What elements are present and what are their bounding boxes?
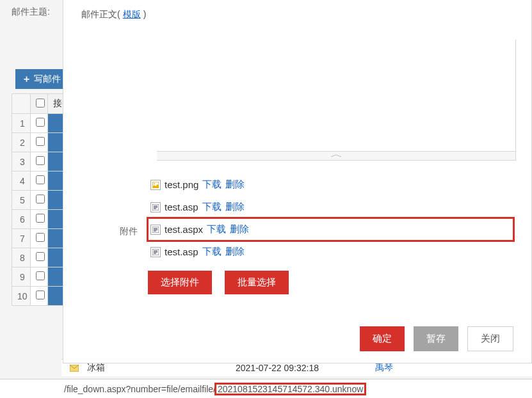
mail-sender: 冰箱 [87,362,236,374]
close-button[interactable]: 关闭 [467,326,513,351]
row-number: 7 [12,229,31,248]
status-url: /file_down.aspx?number=file/emailfile/20… [64,384,365,394]
table-row[interactable]: 1 [12,114,65,133]
delete-link[interactable]: 删除 [225,246,245,258]
attachment-item: test.png 下载 删除 [148,173,513,196]
attachment-item: test.aspx 下载 删除 [148,218,513,241]
resize-handle[interactable] [157,151,515,160]
select-all-checkbox[interactable] [36,99,45,107]
mail-table: 接 12345678910 [12,93,65,306]
table-row[interactable]: 8 [12,248,65,267]
delete-link[interactable]: 删除 [225,179,245,191]
file-icon [150,180,161,190]
attachment-filename: test.png [165,179,198,190]
row-checkbox[interactable] [36,271,45,280]
mail-date: 2021-07-22 09:32:18 [236,363,375,373]
table-row[interactable]: 7 [12,229,65,248]
row-checkbox[interactable] [36,252,45,261]
save-draft-button[interactable]: 暂存 [414,326,458,351]
attachments-list: test.png 下载 删除test.asp 下载 删除test.aspx 下载… [148,173,513,294]
table-row[interactable]: 10 [12,287,65,306]
row-number: 5 [12,191,31,210]
row-number: 1 [12,114,31,133]
attachment-item: test.asp 下载 删除 [148,196,513,218]
table-row[interactable]: 5 [12,191,65,210]
table-row[interactable]: 9 [12,267,65,287]
attachment-filename: test.asp [165,246,198,257]
table-row[interactable]: 6 [12,210,65,229]
row-checkbox[interactable] [36,175,45,184]
col-check-header[interactable] [30,94,47,114]
template-link[interactable]: 模版 [123,9,141,20]
row-number: 3 [12,152,31,171]
download-link[interactable]: 下载 [202,179,222,191]
attachments-label: 附件 [81,173,148,294]
attachment-filename: test.asp [165,202,198,212]
confirm-button[interactable]: 确定 [360,326,405,351]
row-number: 4 [12,171,31,191]
download-link[interactable]: 下载 [202,246,222,258]
row-number: 2 [12,133,31,152]
table-row[interactable]: 4 [12,171,65,191]
compose-button[interactable]: ＋ 写邮件 [15,69,67,89]
file-icon [150,225,161,235]
table-row[interactable]: 3 [12,152,65,171]
body-editor[interactable] [157,40,516,161]
status-url-file: 2021081523145714572.340.unknow [216,384,365,394]
svg-point-2 [154,183,155,184]
compose-modal: 邮件正文(模版) 附件 test.png 下载 删除test.asp 下载 删除… [63,0,532,363]
delete-link[interactable]: 删除 [230,223,249,235]
download-link[interactable]: 下载 [202,201,222,213]
row-checkbox[interactable] [36,156,45,165]
row-checkbox[interactable] [36,214,45,223]
plus-icon: ＋ [22,73,31,85]
row-number: 8 [12,248,31,267]
mail-name-link[interactable]: 禹琴 [375,362,393,374]
mail-icon [68,365,81,372]
modal-footer: 确定 暂存 关闭 [81,326,513,351]
row-checkbox[interactable] [36,233,45,242]
row-checkbox[interactable] [36,291,45,299]
attachment-item: test.asp 下载 删除 [148,241,513,263]
compose-label: 写邮件 [34,74,61,85]
subject-label: 邮件主题: [12,6,50,18]
file-icon [150,247,161,257]
status-bar: /file_down.aspx?number=file/emailfile/20… [0,379,532,398]
row-checkbox[interactable] [36,195,45,203]
row-number: 9 [12,267,31,287]
body-label-suffix: ) [143,9,147,19]
download-link[interactable]: 下载 [207,223,226,235]
row-checkbox[interactable] [36,137,45,146]
col-num-header [12,94,31,114]
attachment-filename: test.aspx [165,224,203,235]
batch-select-button[interactable]: 批量选择 [225,271,289,294]
table-row[interactable]: 2 [12,133,65,152]
status-url-prefix: /file_down.aspx?number=file/emailfile/ [64,384,216,394]
row-checkbox[interactable] [36,118,45,127]
body-label-prefix: 邮件正文( [81,9,120,20]
delete-link[interactable]: 删除 [225,201,245,213]
row-number: 10 [12,287,31,306]
select-attachment-button[interactable]: 选择附件 [148,271,212,294]
file-icon [150,202,161,212]
row-number: 6 [12,210,31,229]
